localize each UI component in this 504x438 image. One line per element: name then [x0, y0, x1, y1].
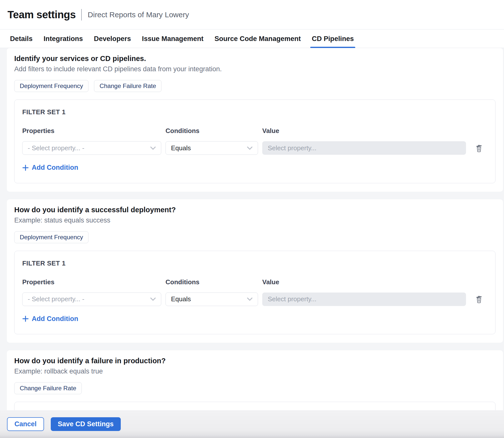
tab-source-code-management[interactable]: Source Code Management	[214, 30, 301, 48]
add-condition-button[interactable]: Add Condition	[22, 315, 78, 323]
properties-select-value: - Select property... -	[28, 144, 84, 152]
trash-icon	[475, 144, 483, 152]
tab-issue-management[interactable]: Issue Management	[142, 30, 204, 48]
add-condition-label: Add Condition	[32, 164, 78, 172]
value-label: Value	[262, 278, 466, 286]
content-area: Identify your services or CD pipelines. …	[0, 48, 504, 438]
conditions-select-value: Equals	[171, 295, 191, 303]
delete-filter-button[interactable]	[470, 141, 488, 155]
add-condition-button[interactable]: Add Condition	[22, 164, 78, 172]
section-subtitle: Example: rollback equals true	[14, 368, 496, 375]
metric-chip-row: Deployment Frequency	[14, 231, 496, 243]
section-title: How do you identify a successful deploym…	[14, 206, 496, 214]
tab-integrations[interactable]: Integrations	[44, 30, 83, 48]
chip-change-failure-rate[interactable]: Change Failure Rate	[94, 80, 162, 92]
page-header: Team settings Direct Reports of Mary Low…	[0, 0, 504, 30]
footer-action-bar: Cancel Save CD Settings	[0, 410, 504, 438]
tab-details[interactable]: Details	[10, 30, 32, 48]
chevron-down-icon	[247, 146, 253, 150]
chip-deployment-frequency[interactable]: Deployment Frequency	[14, 231, 88, 243]
filter-row: Properties Conditions Value - Select pro…	[22, 278, 488, 306]
filter-set-box: FILTER SET 1 Properties Conditions Value…	[14, 251, 496, 334]
team-settings-page: Team settings Direct Reports of Mary Low…	[0, 0, 504, 438]
conditions-select[interactable]: Equals	[166, 292, 258, 306]
page-title: Team settings	[8, 9, 76, 21]
properties-select[interactable]: - Select property... -	[22, 292, 161, 306]
plus-icon	[22, 164, 29, 171]
filter-set-box: FILTER SET 1 Properties Conditions Value…	[14, 100, 496, 183]
settings-tabbar: Details Integrations Developers Issue Ma…	[0, 30, 504, 48]
conditions-select-value: Equals	[171, 144, 191, 152]
value-label: Value	[262, 127, 466, 135]
section-subtitle: Example: status equals success	[14, 216, 496, 224]
cancel-button[interactable]: Cancel	[7, 417, 44, 431]
value-input[interactable]	[262, 292, 466, 306]
chevron-down-icon	[150, 146, 156, 150]
properties-select-value: - Select property... -	[28, 295, 84, 303]
section-card-successful-deployment: How do you identify a successful deploym…	[7, 199, 503, 343]
filter-set-label: FILTER SET 1	[22, 108, 488, 116]
chevron-down-icon	[150, 297, 156, 301]
chevron-down-icon	[247, 297, 253, 301]
title-divider	[81, 9, 82, 20]
conditions-select[interactable]: Equals	[166, 141, 258, 155]
metric-chip-row: Deployment Frequency Change Failure Rate	[14, 80, 496, 92]
plus-icon	[22, 316, 29, 322]
properties-label: Properties	[22, 127, 161, 135]
chip-change-failure-rate[interactable]: Change Failure Rate	[14, 382, 82, 394]
section-card-identify-pipelines: Identify your services or CD pipelines. …	[7, 48, 503, 192]
tab-cd-pipelines[interactable]: CD Pipelines	[312, 30, 354, 48]
add-condition-label: Add Condition	[32, 315, 78, 323]
trash-icon	[475, 295, 483, 303]
filter-set-label: FILTER SET 1	[22, 260, 488, 267]
metric-chip-row: Change Failure Rate	[14, 382, 496, 394]
section-title: How do you identify a failure in product…	[14, 357, 496, 365]
tab-developers[interactable]: Developers	[94, 30, 131, 48]
conditions-label: Conditions	[166, 127, 258, 135]
section-title: Identify your services or CD pipelines.	[14, 54, 496, 63]
section-subtitle: Add filters to include relevant CD pipel…	[14, 65, 496, 73]
delete-filter-button[interactable]	[470, 292, 488, 306]
value-input[interactable]	[262, 141, 466, 155]
chip-deployment-frequency[interactable]: Deployment Frequency	[14, 80, 88, 92]
properties-select[interactable]: - Select property... -	[22, 141, 161, 155]
conditions-label: Conditions	[166, 278, 258, 286]
save-cd-settings-button[interactable]: Save CD Settings	[51, 417, 121, 431]
properties-label: Properties	[22, 278, 161, 286]
filter-row: Properties Conditions Value - Select pro…	[22, 127, 488, 155]
page-subtitle: Direct Reports of Mary Lowery	[88, 10, 189, 19]
